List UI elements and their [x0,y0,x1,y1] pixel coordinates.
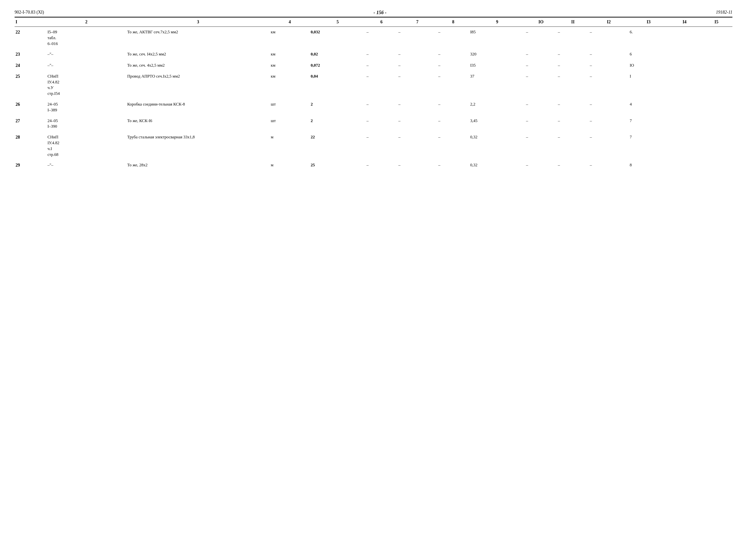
col-header-6: 6 [366,18,397,27]
row-6-col14 [669,115,700,132]
row-5-col8: – [437,99,469,115]
table-row: 2624–05 I–389Коробка соедини-тельная КСК… [15,99,732,115]
row-7-col11: – [557,132,589,160]
row-3-col7: – [397,60,437,71]
row-8-col6: – [366,160,397,171]
table-row: 24–"–То же, сеч. 4х2,5 мм2км0,072–––I35–… [15,60,732,71]
row-6-col15 [700,115,732,132]
row-8-col7: – [397,160,437,171]
row-1-col15 [700,27,732,49]
row-4-col11: – [557,71,589,99]
row-8-col9: 0,32 [469,160,525,171]
col-header-7: 7 [397,18,437,27]
row-2-col8: – [437,49,469,60]
row-1-col14 [669,27,700,49]
row-2-col14 [669,49,700,60]
row-8-col11: – [557,160,589,171]
row-6-col9: 3,45 [469,115,525,132]
row-3-col15 [700,60,732,71]
header-right: 19182-11 [716,10,732,15]
col-header-13: I3 [629,18,669,27]
row-3-col14 [669,60,700,71]
row-8-col8: – [437,160,469,171]
row-7-col15 [700,132,732,160]
row-2-col3: То же, сеч. I4х2,5 мм2 [126,49,270,60]
row-6-col4: шт [270,115,310,132]
row-4-col8: – [437,71,469,99]
col-header-8: 8 [437,18,469,27]
row-2-col11: – [557,49,589,60]
row-3-col2: –"– [47,60,126,71]
row-1-col2: I5–09 табл. 6–016 [47,27,126,49]
row-3-col5: 0,072 [310,60,366,71]
row-1-col9: I85 [469,27,525,49]
col-header-4: 4 [270,18,310,27]
row-5-col11: – [557,99,589,115]
row-1-col10: – [525,27,557,49]
row-5-col13: 4 [629,99,669,115]
row-5-col2: 24–05 I–389 [47,99,126,115]
row-6-col8: – [437,115,469,132]
col-header-2: 2 [47,18,126,27]
row-7-col6: – [366,132,397,160]
col-header-5: 5 [310,18,366,27]
row-2-col9: 320 [469,49,525,60]
row-1-col8: – [437,27,469,49]
row-1-col1: 22 [15,27,47,49]
row-4-col15 [700,71,732,99]
row-2-col12: – [589,49,629,60]
row-1-col7: – [397,27,437,49]
row-5-col14 [669,99,700,115]
row-4-col5: 0,04 [310,71,366,99]
col-header-9: 9 [469,18,525,27]
col-header-15: I5 [700,18,732,27]
row-5-col15 [700,99,732,115]
row-2-col2: –"– [47,49,126,60]
table-row: 23–"–То же, сеч. I4х2,5 мм2км0,02–––320–… [15,49,732,60]
row-8-col4: м [270,160,310,171]
row-4-col12: – [589,71,629,99]
row-7-col4: м [270,132,310,160]
row-1-col3: То же, АКТВГ сеч.7х2,5 мм2 [126,27,270,49]
row-7-col5: 22 [310,132,366,160]
row-2-col4: км [270,49,310,60]
row-8-col14 [669,160,700,171]
row-2-col1: 23 [15,49,47,60]
col-header-11: II [557,18,589,27]
row-6-col11: – [557,115,589,132]
row-4-col1: 25 [15,71,47,99]
row-5-col7: – [397,99,437,115]
row-7-col7: – [397,132,437,160]
row-7-col2: СНиП IУ.4.82 ч.I стр.68 [47,132,126,160]
row-3-col12: – [589,60,629,71]
col-header-12: I2 [589,18,629,27]
row-4-col2: СНиП IУ.4.82 ч.У стр.I54 [47,71,126,99]
row-1-col5: 0,032 [310,27,366,49]
row-6-col12: – [589,115,629,132]
row-3-col6: – [366,60,397,71]
row-1-col6: – [366,27,397,49]
row-4-col7: – [397,71,437,99]
row-8-col5: 25 [310,160,366,171]
row-6-col5: 2 [310,115,366,132]
row-5-col10: – [525,99,557,115]
row-4-col3: Провод АПРТО сеч.Iх2,5 мм2 [126,71,270,99]
row-5-col5: 2 [310,99,366,115]
row-6-col10: – [525,115,557,132]
row-3-col4: км [270,60,310,71]
row-8-col15 [700,160,732,171]
row-8-col1: 29 [15,160,47,171]
row-8-col12: – [589,160,629,171]
row-8-col13: 8 [629,160,669,171]
row-8-col10: – [525,160,557,171]
row-1-col13: 6. [629,27,669,49]
table-row: 22I5–09 табл. 6–016То же, АКТВГ сеч.7х2,… [15,27,732,49]
col-header-3: 3 [126,18,270,27]
main-table: I 2 3 4 5 6 7 8 9 IO II I2 I3 I4 I5 22I5… [15,17,732,171]
row-5-col6: – [366,99,397,115]
row-7-col8: – [437,132,469,160]
header-center: - 156 - [374,10,386,15]
row-7-col3: Труба стальная электросварная 33х1,8 [126,132,270,160]
row-6-col2: 24–05 I–390 [47,115,126,132]
row-5-col12: – [589,99,629,115]
